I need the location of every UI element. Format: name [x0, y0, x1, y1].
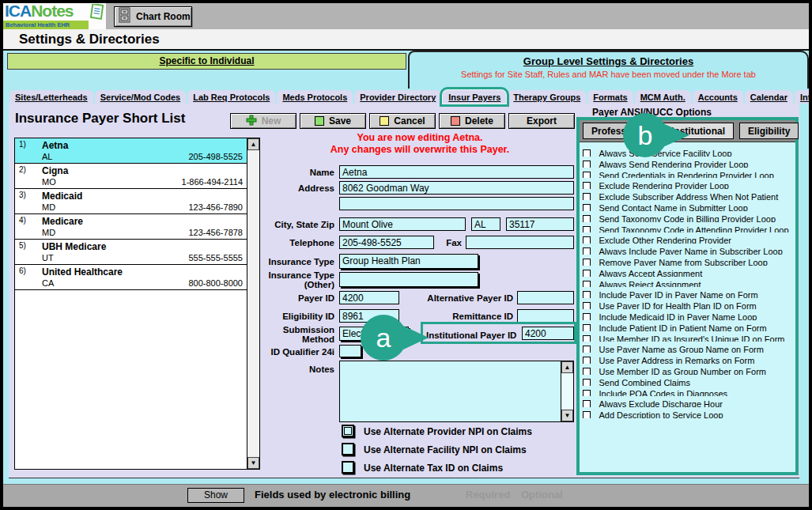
ansi-option-checkbox[interactable] [583, 346, 591, 353]
ansi-option-checkbox[interactable] [583, 236, 591, 244]
nav-tab[interactable]: Sites/Letterheads [9, 90, 93, 104]
payer-row[interactable]: 6) United Healthcare CA 800-800-8000 [15, 265, 247, 290]
notes-scroll-down-icon[interactable]: ▼ [561, 410, 573, 421]
ansi-option-row: Add Description to Service Loop [583, 407, 794, 418]
ansi-option-checkbox[interactable] [583, 411, 591, 418]
nav-tab[interactable]: Insur Payers [443, 90, 506, 104]
chart-room-button[interactable]: Chart Room [114, 6, 192, 27]
address-field[interactable]: 8062 Goodman Way [339, 181, 574, 195]
name-field[interactable]: Aetna [339, 165, 574, 179]
cancel-button[interactable]: Cancel [369, 113, 436, 129]
ansi-option-row: Include Payer ID in Payer Name on Form [583, 287, 794, 298]
nav-tab[interactable]: Integrations [795, 90, 812, 104]
payer-id-field[interactable]: 4200 [339, 291, 399, 304]
footer-bar: Show Fields used by electronic billing R… [3, 484, 809, 507]
payer-row[interactable]: 1) Aetna AL 205-498-5525 [15, 138, 247, 164]
telephone-field[interactable]: 205-498-5525 [339, 236, 434, 249]
scroll-down-icon[interactable]: ▼ [247, 457, 259, 469]
institutional-payer-id-label: Institutional Payer ID [426, 331, 517, 340]
new-button[interactable]: New [230, 113, 296, 129]
ansi-option-checkbox[interactable] [583, 400, 591, 407]
claims-checkbox[interactable] [342, 461, 354, 474]
institutional-payer-id-field[interactable]: 4200 [522, 327, 574, 340]
insurance-type-dropdown[interactable]: Group Health Plan [339, 254, 478, 269]
payer-row-phone: 1-866-494-2114 [182, 177, 243, 187]
payer-row-number: 5) [19, 241, 26, 250]
nav-tab[interactable]: Meds Protocols [277, 90, 353, 104]
scroll-up-icon[interactable]: ▲ [247, 138, 259, 150]
nav-tab[interactable]: Service/Mod Codes [95, 90, 186, 104]
ansi-option-checkbox[interactable] [583, 313, 591, 320]
ansi-option-checkbox[interactable] [583, 324, 591, 331]
payer-row[interactable]: 2) Cigna MO 1-866-494-2114 [15, 164, 247, 189]
ansi-option-checkbox[interactable] [583, 259, 591, 266]
ansi-option-row: Exclude Subscriber Address When Not Pati… [583, 189, 794, 200]
tab-group-level-settings[interactable]: Group Level Settings & Directories Setti… [408, 51, 809, 89]
save-button[interactable]: Save [300, 113, 366, 129]
tab-specific-to-individual[interactable]: Specific to Individual [7, 53, 406, 70]
nav-tab[interactable]: Provider Directory [354, 90, 441, 104]
ansi-option-checkbox[interactable] [583, 270, 591, 277]
ansi-option-checkbox[interactable] [583, 161, 591, 168]
insurance-type-other-dropdown[interactable] [339, 272, 478, 287]
insurance-type-label: Insurance Type [246, 257, 334, 266]
alt-payer-id-field[interactable] [517, 291, 574, 304]
ansi-option-label: Always Reject Assignment [599, 280, 701, 288]
ansi-option-checkbox[interactable] [583, 281, 591, 288]
ansi-option-checkbox[interactable] [583, 182, 591, 189]
tab-professional[interactable]: Professional [583, 123, 657, 139]
ansi-option-checkbox[interactable] [583, 172, 591, 179]
city-field[interactable]: Mount Olive [339, 217, 466, 231]
notes-scrollbar[interactable]: ▲ ▼ [561, 361, 573, 421]
ansi-option-checkbox[interactable] [583, 368, 591, 375]
eligibility-id-field[interactable]: 8961 [339, 309, 399, 323]
ansi-option-checkbox[interactable] [583, 291, 591, 298]
payer-row[interactable]: 5) UBH Medicare UT 555-555-5555 [15, 240, 247, 265]
ansi-option-checkbox[interactable] [583, 226, 591, 233]
notes-textarea[interactable]: ▲ ▼ [339, 361, 574, 422]
address-field-2[interactable] [339, 197, 574, 210]
delete-button[interactable]: Delete [439, 113, 505, 129]
ansi-option-checkbox[interactable] [583, 335, 591, 342]
id-qualifier-field[interactable] [339, 345, 361, 357]
ansi-option-checkbox[interactable] [583, 193, 591, 200]
ansi-option-checkbox[interactable] [583, 390, 591, 397]
ansi-option-row: Use Payer Address in Remarks on Form [583, 353, 794, 364]
remittance-id-field[interactable] [517, 309, 574, 323]
payer-row-state: AL [42, 152, 52, 161]
tab-institutional[interactable]: Institutional [663, 123, 734, 139]
nav-tab[interactable]: Accounts [693, 90, 743, 104]
fax-label: Fax [438, 238, 462, 247]
show-button[interactable]: Show [187, 488, 244, 503]
claims-checkbox[interactable] [342, 425, 354, 437]
nav-tab[interactable]: MCM Auth. [635, 90, 691, 104]
payer-row[interactable]: 4) Medicare MD 123-456-7878 [15, 214, 247, 240]
ansi-option-checkbox[interactable] [583, 204, 591, 211]
ansi-option-checkbox[interactable] [583, 215, 591, 222]
submission-method-dropdown[interactable]: Electronic [339, 327, 409, 341]
ansi-option-label: Send Contact Name in Submitter Loop [599, 203, 747, 211]
ansi-option-checkbox[interactable] [583, 302, 591, 309]
ansi-option-checkbox[interactable] [583, 357, 591, 364]
cancel-icon [380, 116, 389, 126]
claims-checkbox[interactable] [342, 443, 354, 455]
nav-tab[interactable]: Calendar [745, 90, 793, 104]
save-button-label: Save [329, 115, 351, 127]
nav-tab[interactable]: Therapy Groups [508, 90, 586, 104]
tab-eligibility[interactable]: Eligibility [739, 123, 799, 139]
ansi-option-checkbox[interactable] [583, 379, 591, 386]
payer-row[interactable]: 3) Medicaid MD 123-456-7890 [15, 189, 247, 214]
nav-tab[interactable]: Lab Req Protocols [187, 90, 275, 104]
fax-field[interactable] [466, 236, 574, 249]
notes-scroll-up-icon[interactable]: ▲ [561, 361, 573, 373]
payer-row-number: 4) [19, 216, 26, 225]
export-button[interactable]: Export [508, 113, 575, 129]
payer-rows: 1) Aetna AL 205-498-5525 2) Cigna MO 1-8… [15, 138, 247, 469]
state-field[interactable]: AL [471, 217, 500, 231]
ansi-option-checkbox[interactable] [583, 247, 591, 255]
edit-warning-line2: Any changes will overwrite this Payer. [246, 144, 594, 156]
zip-field[interactable]: 35117 [506, 217, 574, 231]
nav-tab[interactable]: Formats [587, 90, 633, 104]
ansi-option-label: Include POA Codes in Diagnoses [599, 389, 727, 397]
ansi-option-checkbox[interactable] [583, 149, 591, 157]
